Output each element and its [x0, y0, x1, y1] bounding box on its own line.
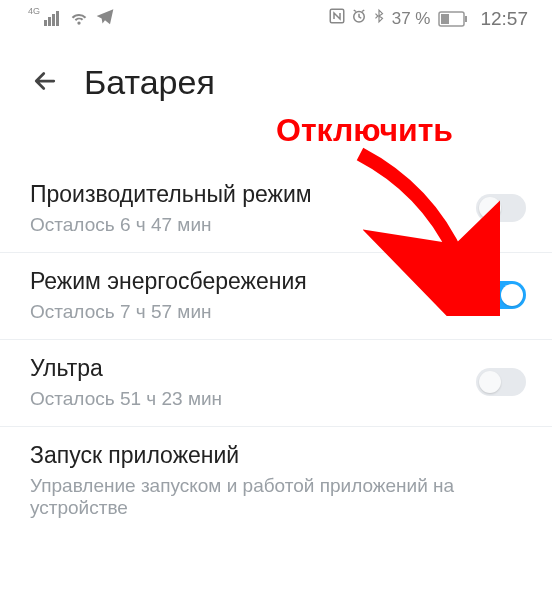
svg-rect-4: [465, 16, 467, 22]
page-header: Батарея: [0, 35, 552, 110]
status-right: 37 % 12:57: [328, 7, 528, 30]
row-title: Производительный режим: [30, 180, 462, 210]
svg-rect-3: [441, 14, 449, 24]
bluetooth-icon: [372, 7, 386, 30]
wifi-icon: [69, 6, 89, 31]
battery-percent: 37 %: [392, 9, 431, 29]
row-subtitle: Осталось 7 ч 57 мин: [30, 301, 462, 323]
toggle-ultra-mode[interactable]: [476, 368, 526, 396]
row-subtitle: Осталось 51 ч 23 мин: [30, 388, 462, 410]
row-title: Ультра: [30, 354, 462, 384]
settings-list: Производительный режим Осталось 6 ч 47 м…: [0, 166, 552, 535]
network-type-label: 4G: [28, 6, 40, 16]
clock: 12:57: [480, 8, 528, 30]
back-button[interactable]: [30, 66, 60, 100]
status-bar: 4G 37 % 12:57: [0, 0, 552, 35]
alarm-icon: [350, 7, 368, 30]
row-subtitle: Управление запуском и работой приложений…: [30, 475, 526, 519]
row-subtitle: Осталось 6 ч 47 мин: [30, 214, 462, 236]
annotation-label: Отключить: [276, 112, 453, 149]
row-power-saving-mode[interactable]: Режим энергосбережения Осталось 7 ч 57 м…: [0, 252, 552, 339]
toggle-power-saving-mode[interactable]: [476, 281, 526, 309]
battery-icon: [438, 11, 468, 27]
row-title: Режим энергосбережения: [30, 267, 462, 297]
telegram-icon: [95, 6, 115, 31]
row-title: Запуск приложений: [30, 441, 526, 471]
row-performance-mode[interactable]: Производительный режим Осталось 6 ч 47 м…: [0, 166, 552, 252]
page-title: Батарея: [84, 63, 215, 102]
status-left: 4G: [28, 6, 115, 31]
row-app-launch[interactable]: Запуск приложений Управление запуском и …: [0, 426, 552, 535]
row-ultra-mode[interactable]: Ультра Осталось 51 ч 23 мин: [0, 339, 552, 426]
nfc-icon: [328, 7, 346, 30]
toggle-performance-mode[interactable]: [476, 194, 526, 222]
signal-icon: [44, 11, 59, 26]
